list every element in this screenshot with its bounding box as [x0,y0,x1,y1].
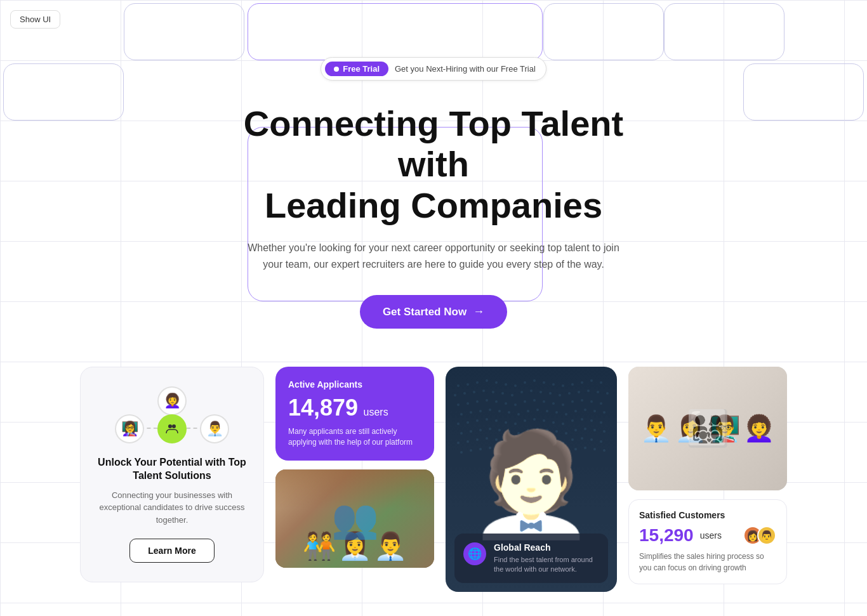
svg-point-18 [600,381,602,384]
satisfied-card: Satisfied Customers 15,290 users 👩 👨 Sim… [628,499,787,584]
svg-point-1 [172,424,176,428]
team-photo2-card: 👨‍💼 👩‍💼 👨‍🏫 👩‍🦱 [628,367,787,490]
avatar-top: 👩‍🦱 [157,386,187,416]
svg-point-19 [454,394,456,396]
svg-point-37 [467,402,469,405]
svg-point-42 [514,403,517,406]
svg-point-50 [590,400,593,403]
satisfied-label: Satisfied Customers [639,510,776,520]
svg-point-77 [543,419,545,422]
team-photo-sim: 🧑‍🤝‍🧑 👩‍💼 👨‍💼 [275,469,434,568]
team-photo2-sim: 👨‍💼 👩‍💼 👨‍🏫 👩‍🦱 [628,367,787,490]
svg-point-31 [568,392,571,395]
avatar-network: 👩‍🦱 👩‍🏫 👨‍💼 [109,386,235,443]
svg-point-54 [479,410,482,412]
svg-point-36 [457,403,460,406]
main-content: Free Trial Get you Next-Hiring with our … [0,0,867,592]
svg-point-76 [533,418,536,421]
hero-heading: Connecting Top Talent with Leading Compa… [218,103,649,226]
svg-point-41 [505,402,507,405]
talent-title: Unlock Your Potential with Top Talent So… [96,456,248,483]
svg-point-60 [536,409,539,411]
svg-point-34 [597,391,599,393]
cards-row: 👩‍🦱 👩‍🏫 👨‍💼 Unlock Your Potential with T… [0,367,867,592]
svg-point-74 [514,423,517,425]
avatar-sm-2: 👨 [757,526,776,545]
svg-point-20 [463,392,466,395]
hero-subtext: Whether you're looking for your next car… [237,240,630,272]
svg-point-9 [514,384,517,387]
svg-point-25 [511,394,513,396]
svg-point-30 [559,394,561,396]
svg-point-35 [606,392,609,395]
svg-point-39 [486,399,488,402]
svg-point-80 [571,419,574,422]
svg-point-7 [495,381,498,384]
svg-point-58 [517,413,520,416]
avatar-left: 👩‍🏫 [115,414,144,443]
svg-point-38 [476,400,479,403]
svg-point-68 [457,423,460,425]
svg-point-0 [168,424,172,428]
show-ui-button[interactable]: Show UI [10,10,60,29]
svg-point-16 [581,381,583,384]
svg-point-63 [565,413,567,416]
talent-desc: Connecting your businesses with exceptio… [96,489,248,527]
applicants-card: Active Applicants 14,879 users Many appl… [275,367,434,461]
svg-point-32 [578,391,580,393]
svg-point-11 [533,379,536,382]
talent-card: 👩‍🦱 👩‍🏫 👨‍💼 Unlock Your Potential with T… [80,367,264,582]
svg-point-61 [546,410,548,412]
svg-point-81 [581,418,583,421]
svg-point-29 [549,392,552,395]
svg-point-65 [584,409,586,411]
svg-point-78 [552,421,555,424]
svg-point-72 [495,419,498,422]
svg-point-4 [467,383,469,386]
free-trial-text: Get you Next-Hiring with our Free Trial [395,64,541,74]
svg-point-6 [486,379,488,382]
svg-point-22 [482,390,485,392]
svg-point-46 [552,402,555,405]
svg-point-52 [460,413,463,416]
svg-point-51 [600,402,602,405]
team-photo-card: 🧑‍🤝‍🧑 👩‍💼 👨‍💼 [275,469,434,568]
svg-point-8 [505,383,507,386]
card-col4: 👨‍💼 👩‍💼 👨‍🏫 👩‍🦱 Satisfied Customers 15,2… [628,367,787,584]
svg-point-45 [543,400,545,403]
get-started-button[interactable]: Get Started Now → [360,295,507,329]
svg-point-66 [593,410,596,412]
learn-more-button[interactable]: Learn More [129,539,214,563]
svg-point-75 [524,419,526,422]
free-trial-badge[interactable]: Free Trial Get you Next-Hiring with our … [321,57,546,81]
svg-point-67 [603,411,606,414]
svg-point-64 [574,410,577,412]
global-reach-card: 🌐 Global Reach Find the best talent from… [454,534,608,584]
svg-point-99 [603,430,606,433]
applicants-number: 14,879 [288,395,358,421]
global-desc: Find the best talent from around the wor… [494,555,599,575]
cta-arrow-icon: → [473,305,484,318]
svg-point-57 [508,411,510,414]
professional-card: 🧑‍💼 🌐 Global Reach Find the best talent … [446,367,617,592]
card-col2: Active Applicants 14,879 users Many appl… [275,367,434,568]
satisfied-number: 15,290 [639,525,694,546]
svg-point-24 [501,392,504,395]
svg-point-17 [590,379,593,382]
cta-label: Get Started Now [383,306,467,318]
applicants-label: Active Applicants [288,379,421,390]
applicants-unit: users [364,407,388,417]
svg-point-73 [505,421,507,424]
svg-point-28 [539,391,542,393]
svg-point-55 [489,409,491,411]
svg-point-47 [562,403,564,406]
svg-point-62 [555,411,558,414]
svg-point-26 [520,391,523,393]
svg-point-40 [495,400,498,403]
svg-point-69 [467,421,469,424]
svg-point-3 [457,384,460,387]
satisfied-unit: users [700,530,722,541]
avatar-stack: 👩 👨 [743,526,776,545]
svg-point-59 [527,410,529,412]
applicants-desc: Many applicants are still actively apply… [288,426,421,448]
